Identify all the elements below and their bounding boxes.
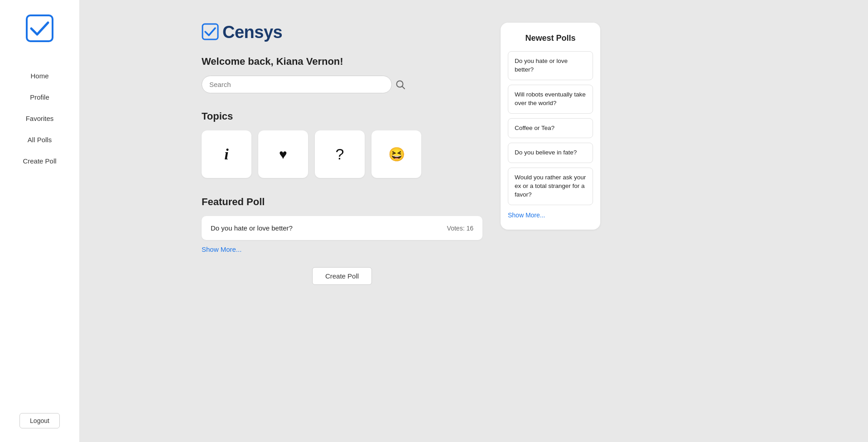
newest-poll-item-4[interactable]: Would you rather ask your ex or a total … — [508, 168, 593, 205]
sidebar: Home Profile Favorites All Polls Create … — [0, 0, 79, 442]
sidebar-item-profile[interactable]: Profile — [30, 93, 49, 101]
featured-poll-card[interactable]: Do you hate or love better? Votes: 16 — [202, 216, 482, 240]
topics-grid: i ♥ ? 😆 — [202, 130, 482, 178]
topics-section-title: Topics — [202, 110, 482, 122]
topic-card-fun[interactable]: 😆 — [371, 130, 421, 178]
app-logo-icon — [202, 23, 219, 42]
sidebar-item-home[interactable]: Home — [30, 72, 48, 80]
search-input[interactable] — [202, 76, 392, 93]
newest-polls-show-more[interactable]: Show More... — [508, 211, 593, 219]
topic-card-info[interactable]: i — [202, 130, 251, 178]
newest-poll-item-3[interactable]: Do you believe in fate? — [508, 143, 593, 163]
app-title-text: Censys — [222, 23, 282, 42]
right-column: Newest Polls Do you hate or love better?… — [501, 23, 600, 419]
newest-polls-card: Newest Polls Do you hate or love better?… — [501, 23, 600, 230]
laugh-icon: 😆 — [388, 146, 405, 162]
heart-icon: ♥ — [279, 147, 287, 162]
welcome-message: Welcome back, Kiana Vernon! — [202, 56, 482, 67]
featured-poll-show-more[interactable]: Show More... — [202, 245, 241, 253]
sidebar-item-favorites[interactable]: Favorites — [26, 115, 54, 122]
sidebar-logout: Logout — [19, 413, 60, 428]
sidebar-item-all-polls[interactable]: All Polls — [28, 136, 52, 144]
create-poll-button-container: Create Poll — [202, 267, 482, 285]
newest-poll-item-0[interactable]: Do you hate or love better? — [508, 51, 593, 80]
question-icon: ? — [336, 145, 344, 163]
featured-poll-question: Do you hate or love better? — [211, 224, 293, 232]
topics-section: Topics i ♥ ? 😆 — [202, 110, 482, 178]
info-icon: i — [224, 146, 228, 163]
sidebar-item-create-poll[interactable]: Create Poll — [23, 157, 56, 165]
create-poll-button[interactable]: Create Poll — [312, 267, 372, 285]
featured-poll-title: Featured Poll — [202, 196, 482, 208]
featured-poll-section: Featured Poll Do you hate or love better… — [202, 196, 482, 254]
featured-poll-votes: Votes: 16 — [447, 225, 473, 232]
logout-button[interactable]: Logout — [19, 413, 60, 428]
newest-poll-item-2[interactable]: Coffee or Tea? — [508, 118, 593, 139]
newest-polls-title: Newest Polls — [508, 34, 593, 43]
topic-card-love[interactable]: ♥ — [258, 130, 308, 178]
app-title-container: Censys — [202, 23, 482, 42]
main-content: Censys Welcome back, Kiana Vernon! Topic… — [79, 0, 868, 442]
sidebar-nav: Home Profile Favorites All Polls Create … — [23, 72, 56, 413]
search-container — [202, 76, 482, 93]
svg-line-3 — [402, 86, 405, 89]
newest-poll-item-1[interactable]: Will robots eventually take over the wor… — [508, 85, 593, 114]
search-icon — [395, 80, 405, 90]
sidebar-logo[interactable] — [25, 14, 54, 45]
topic-card-question[interactable]: ? — [315, 130, 365, 178]
search-button[interactable] — [395, 80, 405, 90]
center-column: Censys Welcome back, Kiana Vernon! Topic… — [202, 23, 482, 419]
